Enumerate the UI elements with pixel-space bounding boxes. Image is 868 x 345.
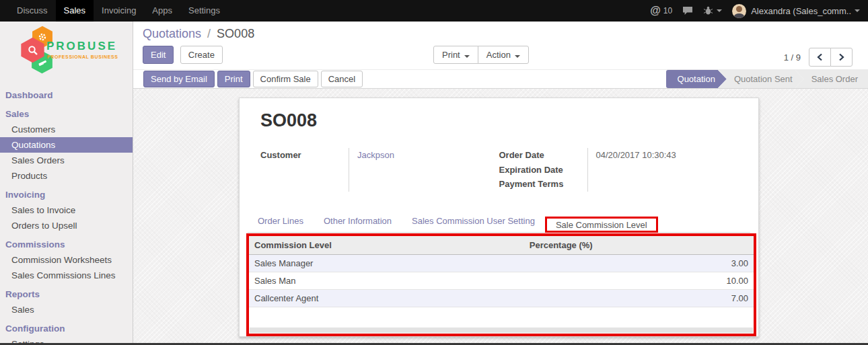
main-area: Quotations / SO008 Edit Create Print Act… bbox=[133, 22, 868, 345]
sidebar-item-sales-commissions-lines[interactable]: Sales Commissions Lines bbox=[0, 268, 133, 283]
action-dropdown-button[interactable]: Action bbox=[478, 46, 529, 64]
stage-quotation[interactable]: Quotation bbox=[666, 70, 727, 88]
payment-terms-label: Payment Terms bbox=[499, 177, 587, 192]
nav-item-sales[interactable]: Sales bbox=[56, 0, 94, 22]
breadcrumb-quotations-link[interactable]: Quotations bbox=[143, 27, 201, 40]
tab-sale-commission-level[interactable]: Sale Commission Level bbox=[547, 215, 656, 235]
expiration-date-label: Expiration Date bbox=[499, 163, 587, 178]
cell-level: Sales Manager bbox=[249, 254, 524, 272]
customer-value-link[interactable]: Jackpson bbox=[357, 150, 394, 160]
mention-count: 10 bbox=[663, 6, 672, 15]
user-menu[interactable]: Alexandra (Sales_comm.. bbox=[732, 4, 860, 18]
top-nav-bar: Discuss Sales Invoicing Apps Settings @ … bbox=[0, 0, 868, 22]
payment-terms-value bbox=[596, 177, 738, 192]
breadcrumb: Quotations / SO008 bbox=[143, 27, 859, 44]
avatar bbox=[732, 4, 746, 18]
table-empty-row[interactable] bbox=[249, 307, 754, 328]
commission-table-header-row: Commission Level Percentage (%) bbox=[249, 236, 754, 255]
sidebar-menu: Dashboard Sales Customers Quotations Sal… bbox=[0, 87, 133, 345]
stage-quotation-sent[interactable]: Quotation Sent bbox=[718, 70, 804, 88]
sidebar-item-sales-orders[interactable]: Sales Orders bbox=[0, 153, 133, 168]
sidebar-section-configuration[interactable]: Configuration bbox=[0, 321, 133, 336]
send-by-email-button[interactable]: Send by Email bbox=[143, 71, 215, 87]
customer-field-group: Customer Jackpson bbox=[260, 148, 499, 192]
bug-icon[interactable] bbox=[703, 6, 722, 15]
create-button[interactable]: Create bbox=[180, 46, 223, 64]
red-annotation-tab-box: Sale Commission Level bbox=[545, 217, 658, 233]
bug-dropdown-caret-icon bbox=[717, 9, 722, 12]
control-panel: Quotations / SO008 Edit Create Print Act… bbox=[133, 22, 868, 69]
pager-count: 1 / 9 bbox=[784, 52, 801, 63]
pager-next-button[interactable] bbox=[830, 48, 853, 67]
order-date-value: 04/20/2017 10:30:43 bbox=[596, 148, 738, 163]
column-header-percentage: Percentage (%) bbox=[524, 236, 754, 255]
chevron-left-icon bbox=[818, 54, 822, 61]
print-dropdown-label: Print bbox=[442, 50, 460, 60]
logo-title: PROBUSE bbox=[46, 40, 117, 53]
nav-item-settings[interactable]: Settings bbox=[180, 0, 228, 22]
sidebar-item-orders-to-upsell[interactable]: Orders to Upsell bbox=[0, 218, 133, 233]
quotation-sheet: SO008 Customer Jackpson Order Date E bbox=[239, 98, 759, 337]
table-row-callcenter-agent[interactable]: Callcenter Agent 7.00 bbox=[249, 289, 754, 307]
table-row-sales-man[interactable]: Sales Man 10.00 bbox=[249, 272, 754, 289]
print-button[interactable]: Print bbox=[217, 71, 250, 87]
user-dropdown-caret-icon bbox=[855, 9, 860, 12]
print-action-group: Print Action bbox=[433, 46, 529, 64]
cell-level: Callcenter Agent bbox=[249, 289, 524, 307]
sidebar-item-products[interactable]: Products bbox=[0, 168, 133, 184]
pager-previous-button[interactable] bbox=[809, 48, 831, 67]
at-icon: @ bbox=[650, 5, 661, 17]
nav-item-discuss[interactable]: Discuss bbox=[9, 0, 56, 22]
mentions-counter[interactable]: @ 10 bbox=[650, 5, 672, 17]
commission-table: Commission Level Percentage (%) Sales Ma… bbox=[249, 236, 754, 328]
statusbar: Quotation Quotation Sent Sales Order bbox=[666, 70, 868, 88]
stage-sales-order[interactable]: Sales Order bbox=[795, 70, 868, 88]
edit-button[interactable]: Edit bbox=[143, 46, 174, 64]
column-header-commission-level: Commission Level bbox=[249, 236, 524, 255]
tab-order-lines[interactable]: Order Lines bbox=[248, 210, 314, 232]
top-nav-right: @ 10 Alexandra (Sales_comm.. bbox=[650, 0, 868, 22]
sidebar-item-customers[interactable]: Customers bbox=[0, 122, 133, 137]
sidebar-section-commissions[interactable]: Commissions bbox=[0, 237, 133, 252]
app-window: Discuss Sales Invoicing Apps Settings @ … bbox=[0, 0, 868, 345]
table-footer-strip bbox=[250, 328, 753, 333]
cell-percentage: 7.00 bbox=[524, 289, 754, 307]
cell-percentage: 3.00 bbox=[524, 254, 754, 272]
logo-subtitle: PROFESSIONAL BUSINESS bbox=[47, 54, 118, 59]
print-dropdown-button[interactable]: Print bbox=[433, 46, 478, 64]
chat-bubble-shape bbox=[683, 7, 692, 15]
nav-item-invoicing[interactable]: Invoicing bbox=[94, 0, 144, 22]
order-date-label: Order Date bbox=[499, 148, 587, 163]
pager: 1 / 9 bbox=[784, 48, 853, 67]
action-dropdown-label: Action bbox=[486, 50, 511, 60]
control-panel-buttons-row: Edit Create Print Action 1 / 9 bbox=[143, 46, 859, 69]
cancel-button[interactable]: Cancel bbox=[321, 71, 363, 87]
sidebar-item-quotations[interactable]: Quotations bbox=[0, 137, 133, 153]
sidebar-section-reports[interactable]: Reports bbox=[0, 286, 133, 302]
chevron-right-icon bbox=[840, 54, 843, 61]
workflow-buttons: Send by Email Print Confirm Sale Cancel bbox=[143, 70, 363, 88]
nav-item-apps[interactable]: Apps bbox=[144, 0, 180, 22]
sidebar-item-sales-to-invoice[interactable]: Sales to Invoice bbox=[0, 202, 133, 218]
probuse-logo: PROBUSE PROFESSIONAL BUSINESS bbox=[0, 27, 133, 77]
tab-sales-commission-user-setting[interactable]: Sales Commission User Setting bbox=[402, 210, 545, 232]
sidebar-section-sales[interactable]: Sales bbox=[0, 106, 133, 122]
expiration-date-value bbox=[596, 163, 738, 178]
chevron-down-icon bbox=[515, 55, 520, 58]
top-nav-menus: Discuss Sales Invoicing Apps Settings bbox=[0, 0, 228, 22]
sidebar-section-dashboard[interactable]: Dashboard bbox=[0, 87, 133, 103]
cell-level: Sales Man bbox=[249, 272, 524, 289]
cell-percentage: 10.00 bbox=[524, 272, 754, 289]
dates-field-group: Order Date Expiration Date Payment Terms… bbox=[499, 148, 738, 192]
sidebar-item-commission-worksheets[interactable]: Commission Worksheets bbox=[0, 252, 133, 268]
user-name: Alexandra (Sales_comm.. bbox=[751, 6, 851, 16]
table-row-sales-manager[interactable]: Sales Manager 3.00 bbox=[249, 254, 754, 272]
confirm-sale-button[interactable]: Confirm Sale bbox=[253, 71, 318, 87]
sidebar-item-reports-sales[interactable]: Sales bbox=[0, 302, 133, 317]
status-row: Send by Email Print Confirm Sale Cancel … bbox=[133, 69, 868, 89]
tab-other-information[interactable]: Other Information bbox=[314, 210, 402, 232]
chat-icon[interactable] bbox=[682, 6, 693, 15]
customer-label: Customer bbox=[260, 148, 349, 163]
sidebar-section-invoicing[interactable]: Invoicing bbox=[0, 187, 133, 202]
sidebar: PROBUSE PROFESSIONAL BUSINESS Dashboard … bbox=[0, 22, 133, 345]
